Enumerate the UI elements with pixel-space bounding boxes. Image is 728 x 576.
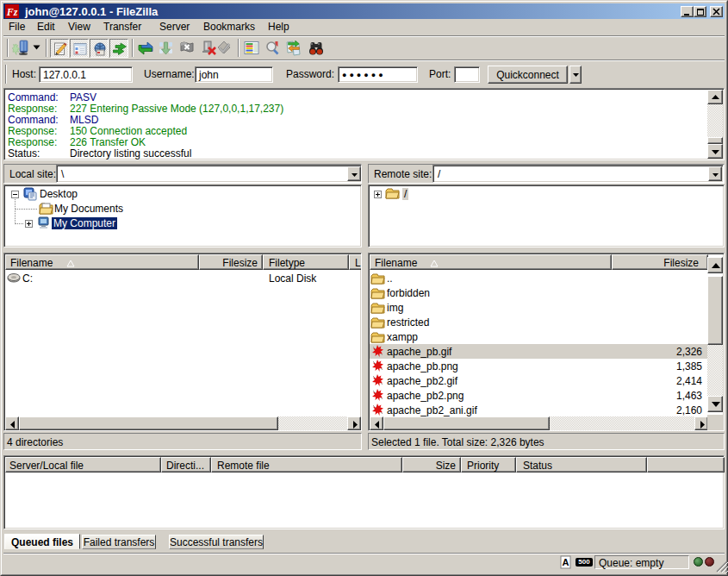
svg-text:A: A xyxy=(563,557,569,567)
svg-text:Fz: Fz xyxy=(6,6,18,18)
